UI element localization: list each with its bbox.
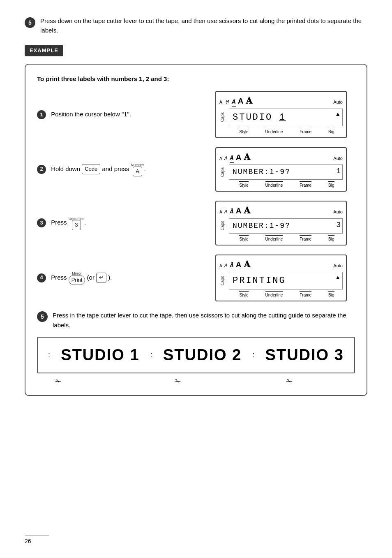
lcd-4: A Λ Ā A 𝐀 Auto Caps PRINTING ▲ [215,255,347,302]
scissors-row: ✁ ✁ ✁ [37,376,355,387]
step4-circle: 4 [37,273,46,282]
lcd-1: A 𝀀Λ Ā A 𝐀 Auto Caps STUDIO 1 ▲ [215,91,347,138]
step3-text: Press Underline 3 . [51,219,86,226]
labels-row: : STUDIO 1 : STUDIO 2 : STUDIO 3 [43,343,349,367]
example-title: To print three labels with numbers 1, 2 … [37,74,355,84]
step5-intro: 5 Press down on the tape cutter lever to… [25,16,367,35]
lcd2-top: A Λ Ā A 𝐀 Auto [219,150,343,164]
page-footer: 26 [25,535,49,546]
example-box: To print three labels with numbers 1, 2 … [25,64,367,396]
lcd1-bottom: Style Underline Frame Big [219,128,343,135]
step1-left: 1 Position the cursor below "1". [37,109,205,119]
lcd-2: A Λ Ā A 𝐀 Auto Caps NUMBER:1-9? 1 [215,147,347,192]
step4-display: A Λ Ā A 𝐀 Auto Caps PRINTING ▲ [215,255,355,302]
lcd1-a-icons: A 𝀀Λ Ā A 𝐀 [219,93,253,108]
step1-display: A 𝀀Λ Ā A 𝐀 Auto Caps STUDIO 1 ▲ [215,91,355,138]
step5-in-box-circle: 5 [37,311,48,322]
step1-circle: 1 [37,110,46,119]
step2-display: A Λ Ā A 𝐀 Auto Caps NUMBER:1-9? 1 [215,147,355,192]
labels-output: : STUDIO 1 : STUDIO 2 : STUDIO 3 [37,337,355,373]
example-step-4: 4 Press Mirror Print (or ↵ ). A Λ [37,255,355,302]
step5-in-box-text: Press in the tape cutter lever to cut th… [53,310,355,330]
scissors-1: ✁ [55,376,61,387]
step5-text: Press down on the tape cutter lever to c… [40,16,367,35]
lcd-3: A Λ Ā A 𝐀 Auto Caps NUMBER:1-9? 3 [215,201,347,245]
step5-circle: 5 [25,17,35,28]
step2-text: Hold down Code and press Number A . [51,165,146,172]
step5-in-box: 5 Press in the tape cutter lever to cut … [37,310,355,330]
example-step-3: 3 Press Underline 3 . A Λ Ā A 𝐀 [37,201,355,245]
step3-circle: 3 [37,218,46,227]
example-step-1: 1 Position the cursor below "1". A 𝀀Λ Ā … [37,91,355,138]
page-number: 26 [25,538,31,544]
step2-circle: 2 [37,165,46,174]
scissors-3: ✁ [286,376,293,387]
example-label: EXAMPLE [25,45,63,56]
lcd1-main-area: STUDIO 1 ▲ [229,109,343,126]
lcd1-top: A 𝀀Λ Ā A 𝐀 Auto [219,93,343,108]
step4-left: 4 Press Mirror Print (or ↵ ). [37,271,205,285]
scissors-2: ✁ [175,376,181,387]
step3-left: 3 Press Underline 3 . [37,216,205,230]
step3-display: A Λ Ā A 𝐀 Auto Caps NUMBER:1-9? 3 [215,201,355,245]
lcd1-main-row: Caps STUDIO 1 ▲ [219,109,343,126]
step2-left: 2 Hold down Code and press Number A . [37,162,205,176]
step1-text: Position the cursor below "1". [51,111,131,118]
example-step-2: 2 Hold down Code and press Number A . A … [37,147,355,192]
step4-text: Press Mirror Print (or ↵ ). [51,274,112,281]
